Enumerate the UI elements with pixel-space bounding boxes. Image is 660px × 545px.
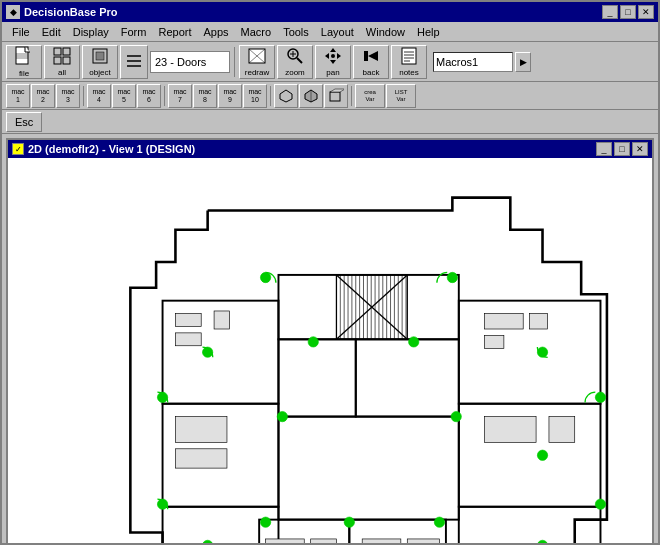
back-button[interactable]: back — [353, 45, 389, 79]
inner-title-left: ✓ 2D (demoflr2) - View 1 (DESIGN) — [12, 143, 195, 155]
mac-10-button[interactable]: mac 10 — [243, 84, 267, 108]
inner-window-title: 2D (demoflr2) - View 1 (DESIGN) — [28, 143, 195, 155]
zoom-button[interactable]: zoom — [277, 45, 313, 79]
list-var-button[interactable]: LIST Var — [386, 84, 416, 108]
app-icon: ◆ — [6, 5, 20, 19]
svg-rect-27 — [402, 48, 416, 64]
svg-marker-20 — [330, 48, 336, 52]
svg-marker-25 — [368, 51, 378, 61]
svg-rect-103 — [266, 539, 305, 543]
floor-plan[interactable] — [8, 158, 652, 543]
svg-rect-9 — [96, 52, 104, 60]
svg-marker-23 — [337, 53, 341, 59]
redraw-button-label: redraw — [245, 68, 269, 77]
svg-point-82 — [308, 337, 318, 347]
pan-button[interactable]: pan — [315, 45, 351, 79]
all-button[interactable]: all — [44, 45, 80, 79]
svg-rect-96 — [485, 314, 524, 329]
mac-3-button[interactable]: mac 3 — [56, 84, 80, 108]
notes-icon — [400, 47, 418, 67]
title-controls: _ □ ✕ — [602, 5, 654, 19]
unnamed-icon — [126, 52, 142, 72]
macros-area: ▶ — [433, 52, 531, 72]
toolbar2: mac 1 mac 2 mac 3 mac 4 mac 5 mac 6 mac … — [2, 82, 658, 110]
svg-marker-32 — [280, 90, 292, 102]
pan-button-label: pan — [326, 68, 339, 77]
content-area: ✓ 2D (demoflr2) - View 1 (DESIGN) _ □ ✕ — [2, 134, 658, 543]
menu-macro[interactable]: Macro — [235, 25, 278, 39]
svg-rect-4 — [54, 48, 61, 55]
mac-7-button[interactable]: mac 7 — [168, 84, 192, 108]
menu-tools[interactable]: Tools — [277, 25, 315, 39]
svg-rect-6 — [54, 57, 61, 64]
zoom-button-label: zoom — [285, 68, 305, 77]
title-bar: ◆ DecisionBase Pro _ □ ✕ — [2, 2, 658, 22]
mac-5-button[interactable]: mac 5 — [112, 84, 136, 108]
sep3 — [164, 86, 165, 106]
menu-report[interactable]: Report — [152, 25, 197, 39]
back-icon — [362, 47, 380, 67]
mac-2-button[interactable]: mac 2 — [31, 84, 55, 108]
svg-point-71 — [447, 272, 457, 282]
svg-rect-101 — [485, 417, 537, 443]
macros-input[interactable] — [433, 52, 513, 72]
svg-marker-36 — [330, 89, 344, 92]
menu-window[interactable]: Window — [360, 25, 411, 39]
shape-1-button[interactable] — [274, 84, 298, 108]
minimize-button[interactable]: _ — [602, 5, 618, 19]
svg-rect-100 — [175, 449, 227, 468]
macros-arrow-button[interactable]: ▶ — [515, 52, 531, 72]
inner-window-icon: ✓ — [12, 143, 24, 155]
mac-group-1: mac 1 mac 2 mac 3 — [6, 84, 80, 108]
mac-group-2: mac 4 mac 5 mac 6 — [87, 84, 161, 108]
inner-close-button[interactable]: ✕ — [632, 142, 648, 156]
all-button-label: all — [58, 68, 66, 77]
close-button[interactable]: ✕ — [638, 5, 654, 19]
svg-rect-95 — [214, 311, 229, 329]
mac-8-button[interactable]: mac 8 — [193, 84, 217, 108]
menu-edit[interactable]: Edit — [36, 25, 67, 39]
mac-4-button[interactable]: mac 4 — [87, 84, 111, 108]
svg-rect-26 — [364, 51, 368, 61]
all-icon — [53, 47, 71, 67]
svg-rect-97 — [530, 314, 548, 329]
maximize-button[interactable]: □ — [620, 5, 636, 19]
menu-form[interactable]: Form — [115, 25, 153, 39]
crea-var-button[interactable]: crea Var — [355, 84, 385, 108]
svg-rect-7 — [63, 57, 70, 64]
inner-minimize-button[interactable]: _ — [596, 142, 612, 156]
mac-9-button[interactable]: mac 9 — [218, 84, 242, 108]
inner-maximize-button[interactable]: □ — [614, 142, 630, 156]
esc-button[interactable]: Esc — [6, 112, 42, 132]
notes-button[interactable]: notes — [391, 45, 427, 79]
inner-title-controls: _ □ ✕ — [596, 142, 648, 156]
svg-rect-105 — [362, 539, 401, 543]
dropdown-selector[interactable]: 23 - Doors — [150, 51, 230, 73]
redraw-button[interactable]: redraw — [239, 45, 275, 79]
menu-display[interactable]: Display — [67, 25, 115, 39]
sep5 — [351, 86, 352, 106]
menu-layout[interactable]: Layout — [315, 25, 360, 39]
app-title: DecisionBase Pro — [24, 6, 118, 18]
mac-group-3: mac 7 mac 8 mac 9 mac 10 — [168, 84, 267, 108]
svg-line-17 — [297, 58, 302, 63]
var-group: crea Var LIST Var — [355, 84, 416, 108]
mac-1-button[interactable]: mac 1 — [6, 84, 30, 108]
esc-bar: Esc — [2, 110, 658, 134]
menu-file[interactable]: File — [6, 25, 36, 39]
back-button-label: back — [363, 68, 380, 77]
unnamed-button[interactable] — [120, 45, 148, 79]
svg-marker-22 — [325, 53, 329, 59]
shape-2-button[interactable] — [299, 84, 323, 108]
file-button[interactable]: file — [6, 45, 42, 79]
menu-bar: File Edit Display Form Report Apps Macro… — [2, 22, 658, 42]
svg-rect-93 — [175, 314, 201, 327]
mac-6-button[interactable]: mac 6 — [137, 84, 161, 108]
menu-apps[interactable]: Apps — [197, 25, 234, 39]
title-bar-left: ◆ DecisionBase Pro — [6, 5, 118, 19]
shape-3-button[interactable] — [324, 84, 348, 108]
menu-help[interactable]: Help — [411, 25, 446, 39]
svg-rect-5 — [63, 48, 70, 55]
object-button[interactable]: object — [82, 45, 118, 79]
file-button-label: file — [19, 69, 29, 78]
